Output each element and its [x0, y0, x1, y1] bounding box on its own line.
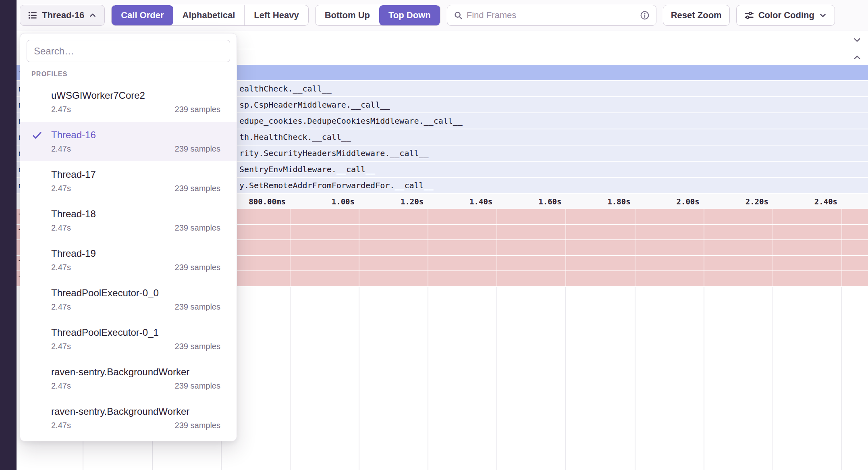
profile-sample-count: 239 samples	[175, 301, 220, 313]
frame-label: th.HealthCheck.__call__	[239, 132, 351, 142]
profile-name: Thread-19	[51, 247, 220, 260]
profile-item[interactable]: raven-sentry.BackgroundWorker2.47s239 sa…	[20, 359, 237, 398]
profile-list: uWSGIWorker7Core22.47s239 samplesThread-…	[20, 82, 237, 438]
profile-duration: 2.47s	[51, 380, 71, 392]
gridline	[359, 287, 359, 470]
axis-tick-label: 1.60s	[538, 197, 561, 206]
profile-sample-count: 239 samples	[175, 261, 220, 273]
profile-sample-count: 239 samples	[175, 143, 220, 155]
profile-name: Thread-17	[51, 168, 220, 181]
segment-left-heavy[interactable]: Left Heavy	[244, 5, 308, 25]
chevron-down-icon[interactable]	[853, 35, 862, 44]
frame-label: y.SetRemoteAddrFromForwardedFor.__call__	[239, 181, 434, 190]
frame-label: SentryEnvMiddleware.__call__	[239, 164, 375, 174]
find-frames-field[interactable]	[447, 5, 656, 26]
frame-label: sp.CspHeaderMiddleware.__call__	[239, 100, 390, 110]
profile-sample-count: 239 samples	[175, 103, 220, 115]
color-coding-button[interactable]: Color Coding	[736, 5, 835, 26]
profile-meta: 2.47s239 samples	[51, 340, 220, 352]
find-frames-input[interactable]	[467, 10, 636, 21]
profile-item[interactable]: ThreadPoolExecutor-0_02.47s239 samples	[20, 280, 237, 319]
checkmark-icon	[32, 130, 44, 141]
reset-zoom-button[interactable]: Reset Zoom	[663, 5, 730, 26]
frame-label: rity.SecurityHeadersMiddleware.__call__	[239, 148, 429, 158]
axis-tick-label: 2.00s	[677, 197, 700, 206]
profile-name: ThreadPoolExecutor-0_0	[51, 286, 220, 300]
profile-sample-count: 239 samples	[175, 419, 220, 431]
axis-tick-label: 1.20s	[401, 197, 424, 206]
profile-item[interactable]: Thread-182.47s239 samples	[20, 201, 237, 240]
profiles-section-label: PROFILES	[31, 70, 237, 78]
profile-sample-count: 239 samples	[175, 380, 220, 392]
profile-sample-count: 239 samples	[175, 182, 220, 194]
chevron-up-icon	[89, 11, 97, 19]
thread-selector-label: Thread-16	[42, 11, 84, 20]
profile-duration: 2.47s	[51, 301, 71, 313]
info-icon[interactable]	[640, 10, 650, 20]
profile-name: raven-sentry.BackgroundWorker	[51, 405, 220, 418]
sliders-icon	[744, 10, 754, 20]
segment-call-order[interactable]: Call Order	[112, 5, 173, 25]
profile-duration: 2.47s	[51, 222, 71, 234]
profile-name: ThreadPoolExecutor-0_1	[51, 326, 220, 339]
gridline	[565, 287, 566, 470]
direction-segmented-control: Bottom UpTop Down	[315, 5, 440, 26]
profile-meta: 2.47s239 samples	[51, 419, 220, 431]
axis-tick-label: 1.80s	[607, 197, 630, 206]
profile-item[interactable]: ThreadPoolExecutor-0_12.47s239 samples	[20, 319, 237, 359]
checkmark-placeholder	[32, 367, 44, 378]
frame-label: edupe_cookies.DedupeCookiesMiddleware.__…	[239, 116, 463, 126]
profile-item[interactable]: raven-sentry.BackgroundWorker2.47s239 sa…	[20, 398, 237, 438]
gridline	[496, 287, 497, 470]
app-sidebar-strip	[0, 0, 17, 470]
profile-item[interactable]: uWSGIWorker7Core22.47s239 samples	[20, 82, 237, 122]
profile-name: Thread-16	[51, 128, 220, 142]
segment-bottom-up[interactable]: Bottom Up	[316, 5, 379, 25]
dropdown-search-input[interactable]	[27, 40, 230, 62]
reset-zoom-label: Reset Zoom	[671, 11, 722, 20]
checkmark-placeholder	[32, 328, 44, 338]
axis-tick-label: 800.00ms	[249, 197, 286, 206]
gridline	[772, 287, 773, 470]
profile-sample-count: 239 samples	[175, 340, 220, 352]
profile-meta: 2.47s239 samples	[51, 380, 220, 392]
axis-tick-label: 1.40s	[469, 197, 492, 206]
gridline	[290, 287, 291, 470]
gridline	[635, 287, 635, 470]
segment-alphabetical[interactable]: Alphabetical	[173, 5, 245, 25]
profile-duration: 2.47s	[51, 182, 71, 194]
profile-meta: 2.47s239 samples	[51, 261, 220, 273]
profile-meta: 2.47s239 samples	[51, 143, 220, 155]
profile-duration: 2.47s	[51, 419, 71, 431]
axis-tick-label: 2.20s	[745, 197, 768, 206]
profile-item[interactable]: Thread-172.47s239 samples	[20, 161, 237, 201]
dropdown-search	[27, 40, 230, 62]
axis-tick-label: 1.00s	[332, 197, 355, 206]
sort-segmented-control: Call OrderAlphabeticalLeft Heavy	[111, 5, 308, 26]
profile-item[interactable]: Thread-162.47s239 samples	[20, 122, 237, 161]
color-coding-label: Color Coding	[758, 11, 814, 20]
checkmark-placeholder	[32, 288, 44, 299]
profile-name: raven-sentry.BackgroundWorker	[51, 365, 220, 379]
profile-meta: 2.47s239 samples	[51, 182, 220, 194]
profile-sample-count: 239 samples	[175, 222, 220, 234]
profile-duration: 2.47s	[51, 143, 71, 155]
profile-name: Thread-18	[51, 207, 220, 221]
profile-meta: 2.47s239 samples	[51, 103, 220, 115]
profile-item[interactable]: Thread-192.47s239 samples	[20, 240, 237, 280]
thread-selector-button[interactable]: Thread-16	[20, 5, 105, 26]
gridline	[841, 287, 842, 470]
profile-duration: 2.47s	[51, 261, 71, 273]
checkmark-placeholder	[32, 91, 44, 101]
chevron-down-icon	[819, 11, 827, 19]
frame-label: ealthCheck.__call__	[239, 84, 332, 94]
thread-dropdown-panel: PROFILES uWSGIWorker7Core22.47s239 sampl…	[20, 33, 237, 441]
axis-tick-label: 2.40s	[814, 197, 837, 206]
checkmark-placeholder	[32, 209, 44, 220]
profile-name: uWSGIWorker7Core2	[51, 89, 220, 102]
segment-top-down[interactable]: Top Down	[379, 5, 440, 25]
search-icon	[454, 11, 463, 20]
gridline	[704, 287, 704, 470]
profile-meta: 2.47s239 samples	[51, 222, 220, 234]
chevron-up-icon[interactable]	[853, 53, 862, 62]
